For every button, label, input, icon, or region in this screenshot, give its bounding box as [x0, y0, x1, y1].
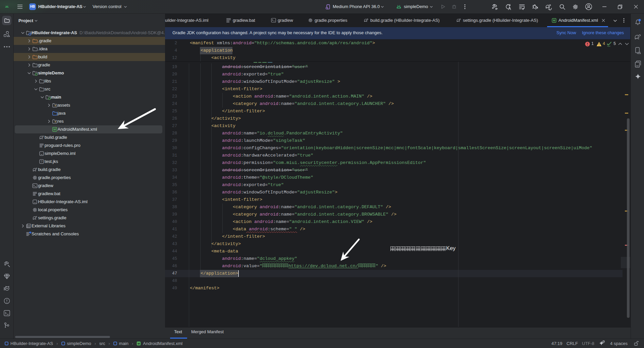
- svg-text:M: M: [53, 128, 56, 131]
- svg-text:?: ?: [41, 160, 42, 163]
- svg-text:M: M: [138, 342, 140, 345]
- svg-text:M: M: [553, 19, 555, 22]
